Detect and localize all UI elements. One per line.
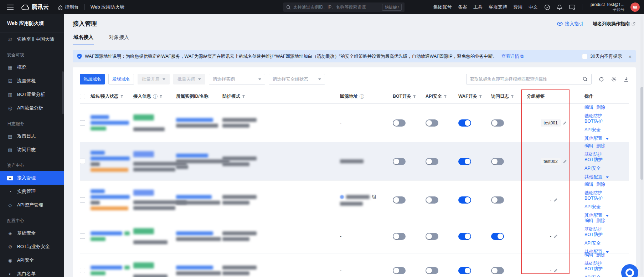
filter-search-input[interactable]: 获取鼠标焦点即可选择模糊匹配查询属性 (466, 74, 592, 84)
sidebar-item-bw[interactable]: ◐黑白名单 (0, 267, 64, 277)
sidebar-item-doc[interactable]: ▤攻击日志 (0, 129, 64, 143)
sidebar-item-shield[interactable]: ◈基础安全 (0, 226, 64, 240)
access-log-toggle[interactable] (491, 233, 504, 240)
waf-toggle[interactable] (458, 158, 471, 165)
filter-icon[interactable] (511, 95, 514, 98)
page-scrollbar[interactable] (640, 16, 643, 276)
bot-toggle[interactable] (393, 119, 406, 127)
action-bot-protect-link[interactable]: BOT防护 (584, 119, 603, 124)
console-settings-icon[interactable] (569, 4, 575, 10)
api-security-toggle[interactable] (426, 233, 438, 240)
access-log-toggle[interactable] (491, 267, 504, 274)
api-security-toggle[interactable] (426, 119, 438, 127)
global-search-input[interactable]: 支持通过实例ID、IP、名称等搜索资源 快捷键 / (283, 2, 405, 12)
domain-cell[interactable] (91, 189, 133, 210)
tencent-cloud-logo[interactable]: 腾讯云 (21, 4, 49, 11)
scrollbar-thumb[interactable] (640, 87, 643, 180)
action-bot-protect-link[interactable]: BOT防护 (584, 266, 603, 271)
bot-toggle[interactable] (393, 233, 406, 240)
action-basic-protect-link[interactable]: 基础防护 (584, 152, 602, 157)
discover-domain-button[interactable]: 发现域名 (108, 74, 134, 84)
sidebar-item-w[interactable]: w.接入管理 (0, 171, 64, 185)
instance-cell[interactable] (176, 195, 222, 205)
api-security-toggle[interactable] (426, 158, 438, 165)
batch-enable-button[interactable]: 批量开启 (138, 74, 170, 84)
access-log-toggle[interactable] (491, 158, 504, 165)
sidebar-item-gauge[interactable]: ◔实例管理 (0, 185, 64, 198)
action-bot-protect-link[interactable]: BOT防护 (584, 157, 603, 162)
access-log-toggle[interactable] (491, 196, 504, 204)
action-bot-protect-link[interactable]: BOT防护 (584, 232, 603, 237)
filter-icon[interactable] (479, 95, 482, 98)
row-checkbox[interactable] (80, 197, 85, 202)
col-header-api-security[interactable]: API安全 (426, 93, 458, 99)
row-checkbox[interactable] (80, 120, 85, 125)
edit-tag-pencil-icon[interactable] (553, 234, 558, 238)
menu-billing[interactable]: 费用 (513, 4, 522, 10)
table-row[interactable]: - - 编辑删除 基础防护BOT防护 API安全 其他配置 (80, 219, 629, 253)
action-api-security-link[interactable]: API安全 (584, 275, 601, 277)
domain-cell[interactable] (91, 231, 133, 241)
filter-icon[interactable] (159, 95, 163, 98)
menu-tools[interactable]: 工具 (473, 4, 483, 10)
filter-icon[interactable] (413, 95, 416, 98)
col-header-bot-switch[interactable]: BOT开关 (393, 93, 426, 99)
filter-icon[interactable] (242, 95, 245, 98)
domain-cell[interactable] (91, 115, 133, 130)
action-edit-link[interactable]: 编辑 (584, 252, 593, 257)
action-delete-link[interactable]: 删除 (596, 143, 605, 148)
account-info[interactable]: product_test@1... 子账号 (591, 2, 624, 12)
action-api-security-link[interactable]: API安全 (584, 127, 601, 132)
action-basic-protect-link[interactable]: 基础防护 (584, 190, 602, 195)
row-checkbox[interactable] (80, 159, 85, 164)
info-icon[interactable]: i (360, 94, 364, 99)
action-api-security-link[interactable]: API安全 (584, 166, 601, 171)
col-header-domain[interactable]: 域名/接入状态 (91, 93, 133, 99)
action-bot-protect-link[interactable]: BOT防护 (584, 196, 603, 201)
action-delete-link[interactable]: 删除 (596, 252, 605, 257)
action-edit-link[interactable]: 编辑 (584, 143, 593, 148)
col-header-waf-switch[interactable]: WAF开关 (458, 93, 491, 99)
instance-cell[interactable] (176, 266, 222, 275)
hamburger-menu-icon[interactable] (7, 7, 14, 7)
waf-toggle[interactable] (458, 196, 471, 204)
action-delete-link[interactable]: 删除 (596, 182, 605, 187)
avatar[interactable]: W (630, 2, 640, 12)
action-more-config-link[interactable]: 其他配置 (584, 136, 602, 141)
sidebar-scrollbar[interactable] (62, 71, 64, 114)
action-api-security-link[interactable]: API安全 (584, 241, 601, 246)
instance-cell[interactable] (176, 154, 222, 169)
sidebar-item-target[interactable]: ◉API安全 (0, 253, 64, 267)
domain-cell[interactable] (91, 151, 133, 172)
security-group-status-select[interactable]: 请选择安全组状态 (269, 74, 325, 84)
access-log-toggle[interactable] (491, 119, 504, 127)
sidebar-item-circle[interactable]: ◎API流量分析 (0, 101, 64, 115)
col-header-access-log[interactable]: 访问日志 (491, 93, 527, 99)
sidebar-item-robot[interactable]: ⚙BOT与业务安全 (0, 240, 64, 253)
menu-support[interactable]: 客服支持 (489, 4, 507, 10)
select-all-checkbox[interactable] (80, 94, 85, 99)
feedback-icon[interactable] (544, 4, 550, 10)
menu-language[interactable]: 中文 (529, 4, 538, 10)
search-icon[interactable] (583, 77, 588, 82)
sidebar-item-doc2[interactable]: ▧访问日志 (0, 143, 64, 157)
edit-tag-pencil-icon[interactable] (553, 268, 558, 273)
waf-toggle[interactable] (458, 267, 471, 274)
add-domain-button[interactable]: 添加域名 (80, 74, 105, 84)
row-checkbox[interactable] (80, 268, 85, 273)
table-row[interactable]: 组 - 编辑删除 基础防护BOT防护 API安全 其他配置 (80, 181, 629, 219)
action-delete-link[interactable]: 删除 (596, 105, 605, 110)
table-row[interactable]: - test001 编辑删除 基础防护BOT防护 API安全 其他配置 (80, 104, 629, 142)
instance-cell[interactable] (176, 118, 222, 128)
console-home-link[interactable]: 控制台 (58, 4, 79, 10)
bot-toggle[interactable] (393, 158, 406, 165)
close-icon[interactable]: × (628, 54, 632, 59)
filter-icon[interactable] (120, 95, 123, 98)
action-api-security-link[interactable]: API安全 (584, 204, 601, 209)
info-icon[interactable]: i (153, 94, 158, 99)
tab-object-access[interactable]: 对象接入 (108, 33, 130, 45)
refresh-icon[interactable] (599, 77, 604, 82)
domain-list-manual-link[interactable]: 域名列表操作指南 (593, 21, 635, 27)
notification-bell-icon[interactable] (556, 4, 563, 10)
action-basic-protect-link[interactable]: 基础防护 (584, 261, 602, 266)
